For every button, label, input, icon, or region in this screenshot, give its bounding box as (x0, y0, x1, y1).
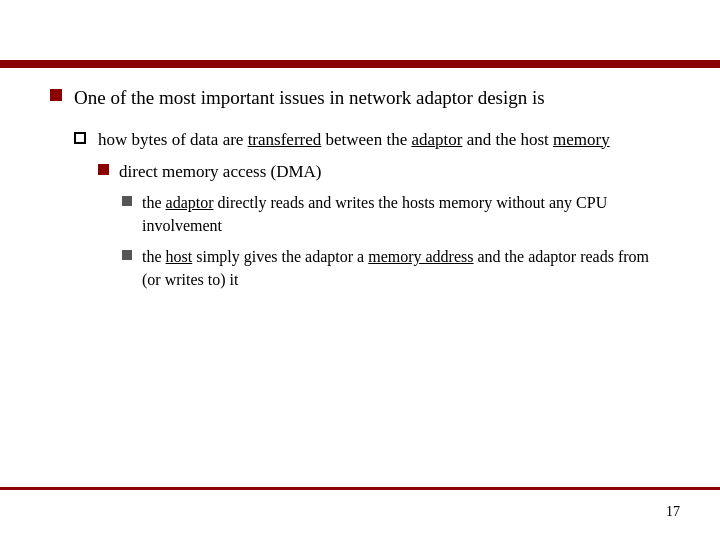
content-area: One of the most important issues in netw… (50, 85, 670, 480)
main-bullet-text: One of the most important issues in netw… (74, 85, 545, 112)
level2-item: direct memory access (DMA) (98, 160, 670, 185)
level2-section: direct memory access (DMA) the adaptor d… (98, 160, 670, 291)
top-bar (0, 60, 720, 68)
level3-item-2: the host simply gives the adaptor a memo… (122, 245, 670, 291)
level3-section: the adaptor directly reads and writes th… (122, 191, 670, 292)
slide-container: One of the most important issues in netw… (0, 0, 720, 540)
main-bullet-item: One of the most important issues in netw… (50, 85, 670, 112)
bottom-bar (0, 487, 720, 490)
page-number: 17 (666, 504, 680, 520)
small-square-icon-1 (122, 196, 132, 206)
level3-text-2: the host simply gives the adaptor a memo… (142, 245, 670, 291)
level2-text: direct memory access (DMA) (119, 160, 322, 185)
open-square-icon (74, 132, 86, 144)
level1-text: how bytes of data are transferred betwee… (98, 128, 610, 153)
level3-text-1: the adaptor directly reads and writes th… (142, 191, 670, 237)
level3-item-1: the adaptor directly reads and writes th… (122, 191, 670, 237)
level1-item: how bytes of data are transferred betwee… (74, 128, 670, 153)
small-square-icon-2 (122, 250, 132, 260)
filled-square-icon (98, 164, 109, 175)
level1-section: how bytes of data are transferred betwee… (74, 128, 670, 292)
bullet-square-icon (50, 89, 62, 101)
